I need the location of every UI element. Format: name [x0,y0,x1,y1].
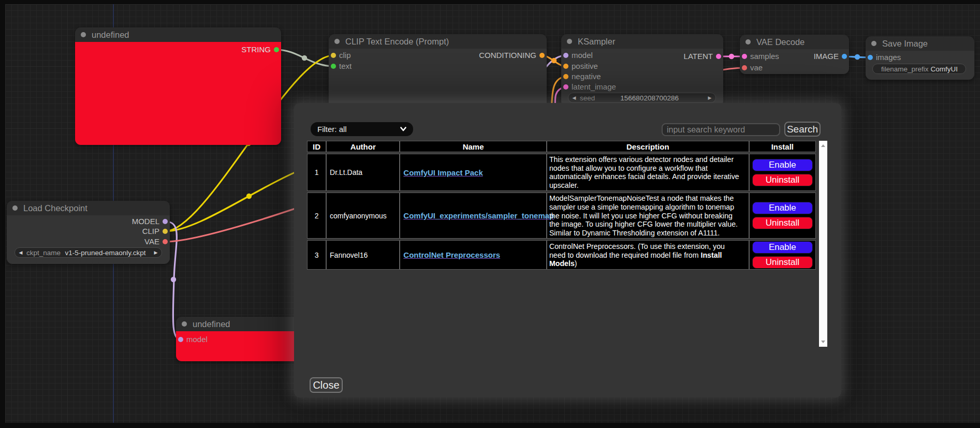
node-title[interactable]: undefined [75,27,281,42]
extensions-table: IDAuthorNameDescriptionInstall1Dr.Lt.Dat… [307,139,816,271]
output-slot-STRING[interactable]: STRING [241,46,281,54]
input-slot-text[interactable]: text [329,62,352,70]
input-slot-model[interactable]: model [561,51,593,60]
decrement-arrow-icon[interactable]: ◀ [568,95,580,100]
node-clip-text-encode[interactable]: CLIP Text Encode (Prompt)cliptextCONDITI… [329,34,547,109]
node-load-checkpoint[interactable]: Load CheckpointMODELCLIPVAE◀ckpt_namev1-… [7,201,170,264]
ext-link[interactable]: ControlNet Preprocessors [403,250,500,259]
output-dot[interactable] [716,54,721,59]
input-slot-model[interactable]: model [176,335,208,344]
input-slot-vae[interactable]: vae [740,64,763,72]
col-header-author: Author [326,141,400,152]
output-dot[interactable] [842,54,847,59]
widget-seed[interactable]: ◀seed156680208700286▶ [568,93,716,103]
increment-arrow-icon[interactable]: ▶ [150,250,162,255]
input-dot[interactable] [868,55,873,60]
widget-filename_prefix[interactable]: filename_prefixComfyUI [872,64,966,74]
node-title[interactable]: Save Image [866,36,974,51]
collapse-dot-icon[interactable] [745,39,751,45]
decrement-arrow-icon[interactable]: ◀ [15,250,26,255]
filter-select[interactable]: Filter: all [311,122,413,136]
output-slot-MODEL[interactable]: MODEL [132,217,170,226]
node-title[interactable]: CLIP Text Encode (Prompt) [329,34,547,49]
node-vae-decode[interactable]: VAE DecodesamplesvaeIMAGE [740,35,849,74]
node-body[interactable] [75,42,281,145]
ext-name-link: ControlNet Preprocessors [400,240,547,270]
extension-row: 1Dr.Lt.DataComfyUI Impact PackThis exten… [307,154,816,191]
node-ksampler[interactable]: KSamplermodelpositivenegativelatent_imag… [561,34,723,107]
ext-install-cell: EnableUninstall [749,154,816,191]
enable-button[interactable]: Enable [752,202,813,214]
output-dot[interactable] [163,239,168,244]
uninstall-button[interactable]: Uninstall [752,256,813,269]
uninstall-button[interactable]: Uninstall [752,174,813,186]
ext-link[interactable]: ComfyUI Impact Pack [403,168,482,177]
output-dot[interactable] [163,219,168,224]
scroll-up-icon[interactable] [821,144,825,147]
input-slot-positive[interactable]: positive [561,62,598,70]
input-dot[interactable] [563,84,568,90]
collapse-dot-icon[interactable] [334,39,340,44]
scroll-down-icon[interactable] [821,341,825,343]
input-slot-negative[interactable]: negative [561,72,601,81]
node-title[interactable]: KSampler [561,34,723,49]
output-slot-IMAGE[interactable]: IMAGE [814,52,849,61]
close-button[interactable]: Close [310,377,343,393]
collapse-dot-icon[interactable] [81,32,86,37]
input-slot-latent_image[interactable]: latent_image [561,83,616,91]
ext-author: Dr.Lt.Data [326,154,400,191]
input-slot-samples[interactable]: samples [740,52,779,61]
collapse-dot-icon[interactable] [567,39,572,44]
search-input[interactable]: input search keyword [662,123,780,136]
output-dot[interactable] [539,53,545,58]
collapse-dot-icon[interactable] [12,205,18,211]
enable-button[interactable]: Enable [752,241,813,254]
uninstall-button[interactable]: Uninstall [752,217,813,229]
ext-author: comfyanonymous [326,193,400,239]
col-header-description: Description [547,141,749,152]
node-save-image[interactable]: Save Imageimagesfilename_prefixComfyUI [866,36,974,80]
extension-row: 3Fannovel16ControlNet PreprocessorsContr… [307,240,816,270]
node-undefined-top[interactable]: undefinedSTRING [75,27,281,145]
input-dot[interactable] [742,54,747,59]
col-header-install: Install [749,141,816,152]
output-dot[interactable] [274,47,279,52]
input-dot[interactable] [563,53,568,58]
output-slot-LATENT[interactable]: LATENT [684,52,723,61]
input-dot[interactable] [331,64,336,69]
ext-name-link: ComfyUI_experiments/sampler_tonemap [400,193,547,239]
input-dot[interactable] [563,74,568,79]
collapse-dot-icon[interactable] [871,41,876,46]
ext-description: ModelSamplerTonemapNoiseTest a node that… [547,193,749,239]
input-dot[interactable] [742,65,747,70]
ext-install-cell: EnableUninstall [749,240,816,270]
ext-name-link: ComfyUI Impact Pack [400,154,547,191]
input-dot[interactable] [178,337,183,342]
output-slot-CLIP[interactable]: CLIP [142,227,170,235]
node-title[interactable]: VAE Decode [740,35,849,49]
enable-button[interactable]: Enable [752,159,813,171]
input-slot-images[interactable]: images [866,53,901,62]
table-header-row: IDAuthorNameDescriptionInstall [307,141,816,152]
input-slot-clip[interactable]: clip [329,51,351,60]
node-title[interactable]: Load Checkpoint [7,201,170,215]
ext-description: ControlNet Preprocessors. (To use this e… [547,240,749,270]
ext-id: 2 [307,193,326,239]
output-slot-CONDITIONING[interactable]: CONDITIONING [479,51,547,60]
ext-link[interactable]: ComfyUI_experiments/sampler_tonemap [403,211,554,220]
output-dot[interactable] [163,229,168,234]
input-dot[interactable] [563,64,568,69]
widget-ckpt_name[interactable]: ◀ckpt_namev1-5-pruned-emaonly.ckpt▶ [14,247,162,258]
input-dot[interactable] [331,53,336,58]
increment-arrow-icon[interactable]: ▶ [704,95,715,100]
search-button[interactable]: Search [784,122,821,137]
ext-install-cell: EnableUninstall [749,193,816,239]
ext-id: 1 [307,154,326,191]
col-header-id: ID [307,141,326,152]
collapse-dot-icon[interactable] [182,321,187,327]
ext-description: This extension offers various detector n… [547,154,749,191]
table-scrollbar[interactable] [819,141,827,347]
chevron-down-icon [400,127,406,131]
output-slot-VAE[interactable]: VAE [144,238,170,246]
ext-author: Fannovel16 [326,240,400,270]
